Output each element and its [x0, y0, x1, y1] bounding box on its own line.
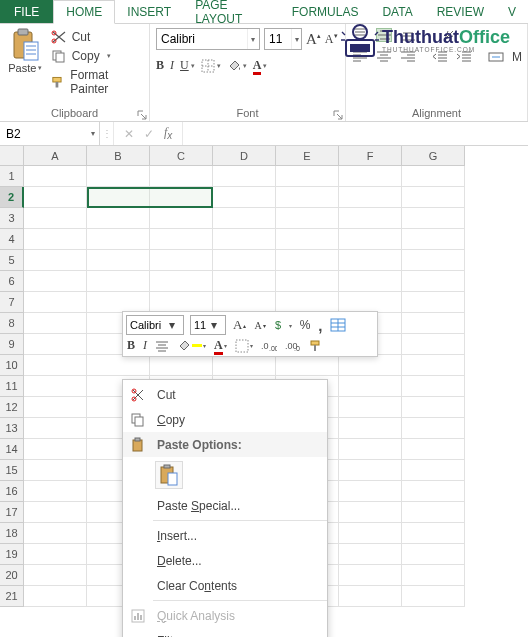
row-head-10[interactable]: 10 — [0, 355, 24, 376]
enter-icon[interactable]: ✓ — [144, 127, 154, 141]
cell-F10[interactable] — [339, 355, 402, 376]
cell-A4[interactable] — [24, 229, 87, 250]
borders-button[interactable]: ▾ — [201, 59, 221, 73]
cell-A10[interactable] — [24, 355, 87, 376]
row-head-15[interactable]: 15 — [0, 460, 24, 481]
cell-D7[interactable] — [213, 292, 276, 313]
col-head-C[interactable]: C — [150, 146, 213, 166]
cell-A20[interactable] — [24, 565, 87, 586]
cell-F18[interactable] — [339, 523, 402, 544]
ctx-clear-contents[interactable]: Clear Contents — [123, 573, 327, 598]
cell-D3[interactable] — [213, 208, 276, 229]
cell-B1[interactable] — [87, 166, 150, 187]
ctx-delete[interactable]: Delete... — [123, 548, 327, 573]
cell-B6[interactable] — [87, 271, 150, 292]
cell-B10[interactable] — [87, 355, 150, 376]
ctx-filter[interactable]: Filter▶ — [123, 628, 327, 637]
cell-G20[interactable] — [402, 565, 465, 586]
paste-button[interactable]: Paste▾ — [6, 28, 45, 96]
align-bottom-button[interactable] — [400, 28, 416, 42]
cell-C1[interactable] — [150, 166, 213, 187]
cell-D2[interactable] — [213, 187, 276, 208]
cell-G18[interactable] — [402, 523, 465, 544]
cell-A1[interactable] — [24, 166, 87, 187]
mini-font-size[interactable]: ▾ — [190, 315, 226, 335]
row-head-18[interactable]: 18 — [0, 523, 24, 544]
cell-F15[interactable] — [339, 460, 402, 481]
copy-button[interactable]: Copy▾ — [51, 49, 143, 63]
cell-F4[interactable] — [339, 229, 402, 250]
cell-E2[interactable] — [276, 187, 339, 208]
cell-C5[interactable] — [150, 250, 213, 271]
tab-review[interactable]: REVIEW — [425, 0, 496, 23]
cell-A19[interactable] — [24, 544, 87, 565]
mini-borders[interactable]: ▾ — [234, 339, 254, 353]
cell-E3[interactable] — [276, 208, 339, 229]
row-head-7[interactable]: 7 — [0, 292, 24, 313]
cell-F3[interactable] — [339, 208, 402, 229]
mini-bold[interactable]: B — [126, 338, 136, 353]
cell-G13[interactable] — [402, 418, 465, 439]
mini-accounting-format[interactable]: $▾ — [273, 318, 293, 332]
mini-format-painter[interactable] — [308, 339, 324, 353]
mini-font-color[interactable]: A▾ — [213, 338, 228, 353]
cell-A17[interactable] — [24, 502, 87, 523]
cell-B7[interactable] — [87, 292, 150, 313]
tab-home[interactable]: HOME — [53, 0, 115, 24]
cell-E6[interactable] — [276, 271, 339, 292]
cell-G12[interactable] — [402, 397, 465, 418]
cell-G15[interactable] — [402, 460, 465, 481]
decrease-font-button[interactable]: A▾ — [325, 32, 338, 47]
cell-F20[interactable] — [339, 565, 402, 586]
tab-view[interactable]: V — [496, 0, 528, 23]
bold-button[interactable]: B — [156, 58, 164, 73]
mini-increase-font[interactable]: A▴ — [232, 317, 247, 333]
cell-E7[interactable] — [276, 292, 339, 313]
chevron-down-icon[interactable]: ▾ — [169, 318, 175, 332]
cell-G17[interactable] — [402, 502, 465, 523]
ctx-insert[interactable]: Insert... — [123, 523, 327, 548]
italic-button[interactable]: I — [170, 58, 174, 73]
row-head-5[interactable]: 5 — [0, 250, 24, 271]
cell-E1[interactable] — [276, 166, 339, 187]
cell-F16[interactable] — [339, 481, 402, 502]
col-head-F[interactable]: F — [339, 146, 402, 166]
cell-A11[interactable] — [24, 376, 87, 397]
chevron-down-icon[interactable]: ▾ — [291, 29, 301, 49]
cell-G11[interactable] — [402, 376, 465, 397]
name-box[interactable]: ▾ — [0, 122, 100, 145]
tab-file[interactable]: FILE — [0, 0, 53, 23]
cell-G14[interactable] — [402, 439, 465, 460]
mini-font-name[interactable]: ▾ — [126, 315, 184, 335]
cell-A14[interactable] — [24, 439, 87, 460]
row-head-1[interactable]: 1 — [0, 166, 24, 187]
mini-percent-button[interactable]: % — [299, 318, 312, 332]
cell-G21[interactable] — [402, 586, 465, 607]
cell-C10[interactable] — [150, 355, 213, 376]
row-head-19[interactable]: 19 — [0, 544, 24, 565]
cell-A21[interactable] — [24, 586, 87, 607]
chevron-down-icon[interactable]: ▾ — [211, 318, 217, 332]
tab-formulas[interactable]: FORMULAS — [280, 0, 371, 23]
cell-D5[interactable] — [213, 250, 276, 271]
cell-C6[interactable] — [150, 271, 213, 292]
cell-A8[interactable] — [24, 313, 87, 334]
formula-input[interactable] — [183, 122, 528, 145]
cell-C4[interactable] — [150, 229, 213, 250]
increase-font-button[interactable]: A▴ — [306, 31, 321, 48]
tab-data[interactable]: DATA — [370, 0, 424, 23]
cell-G2[interactable] — [402, 187, 465, 208]
align-left-button[interactable] — [352, 50, 368, 64]
mini-decrease-decimal[interactable]: .00.0 — [284, 340, 302, 352]
row-head-9[interactable]: 9 — [0, 334, 24, 355]
cancel-icon[interactable]: ✕ — [124, 127, 134, 141]
row-head-6[interactable]: 6 — [0, 271, 24, 292]
row-head-2[interactable]: 2 — [0, 187, 24, 208]
clipboard-dialog-launcher[interactable] — [137, 109, 147, 119]
cell-G6[interactable] — [402, 271, 465, 292]
ctx-paste-default[interactable] — [155, 461, 183, 489]
cell-F19[interactable] — [339, 544, 402, 565]
cell-C3[interactable] — [150, 208, 213, 229]
mini-fill-color[interactable]: ▾ — [176, 339, 207, 353]
cell-F2[interactable] — [339, 187, 402, 208]
